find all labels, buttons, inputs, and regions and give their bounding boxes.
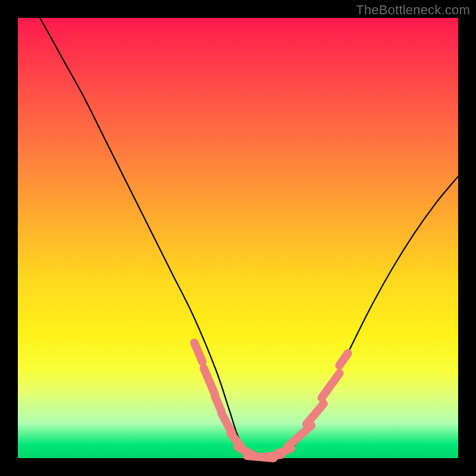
watermark-text: TheBottleneck.com [356,2,470,18]
plot-area [18,18,458,458]
chart-frame: TheBottleneck.com [0,0,476,476]
bottleneck-curve [18,18,458,458]
